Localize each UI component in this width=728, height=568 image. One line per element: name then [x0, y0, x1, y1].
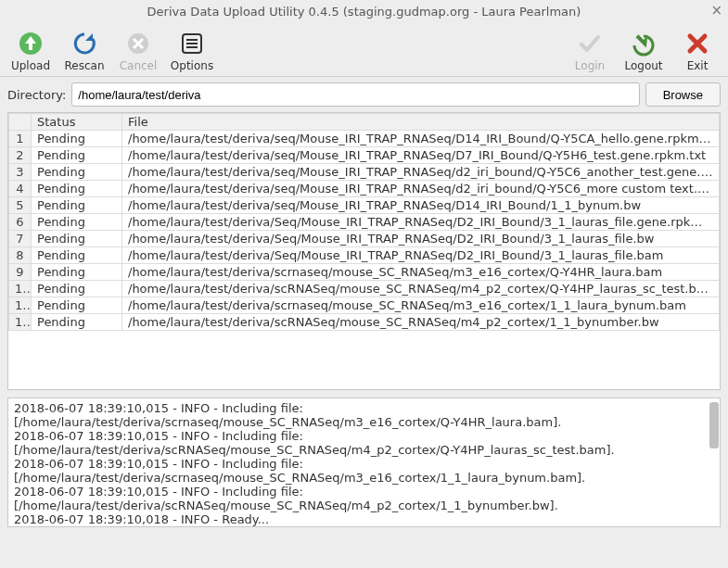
- cancel-button: Cancel: [111, 28, 165, 74]
- upload-label: Upload: [11, 59, 50, 72]
- file-header[interactable]: File: [122, 114, 720, 131]
- table-row[interactable]: 6Pending/home/laura/test/deriva/Seq/Mous…: [9, 214, 720, 231]
- log-line: 2018-06-07 18:39:10,015 - INFO - Includi…: [14, 430, 714, 458]
- window-title: Deriva Data Upload Utility 0.4.5 (stagin…: [147, 5, 581, 19]
- row-number: 1: [9, 131, 32, 147]
- row-number: 2: [9, 147, 32, 164]
- options-button[interactable]: Options: [165, 28, 219, 74]
- table-row[interactable]: 2Pending/home/laura/test/deriva/seq/Mous…: [9, 147, 720, 164]
- exit-label: Exit: [687, 59, 709, 72]
- file-cell: /home/laura/test/deriva/seq/Mouse_IRI_TR…: [122, 197, 720, 214]
- row-number: 3: [9, 164, 32, 181]
- status-cell: Pending: [32, 164, 122, 181]
- table-row[interactable]: 4Pending/home/laura/test/deriva/seq/Mous…: [9, 181, 720, 197]
- file-cell: /home/laura/test/deriva/scRNASeq/mouse_S…: [122, 281, 720, 297]
- login-button: Login: [563, 28, 617, 74]
- toolbar: Upload Rescan Cancel Options Login Logou…: [0, 22, 728, 77]
- logout-label: Logout: [624, 59, 662, 72]
- check-icon: [576, 30, 604, 57]
- status-cell: Pending: [32, 247, 122, 264]
- row-number: 12: [9, 314, 32, 331]
- file-cell: /home/laura/test/deriva/seq/Mouse_IRI_TR…: [122, 164, 720, 181]
- directory-input[interactable]: [71, 82, 639, 107]
- row-number: 4: [9, 181, 32, 197]
- row-number: 7: [9, 231, 32, 247]
- logout-button[interactable]: Logout: [617, 28, 671, 74]
- status-cell: Pending: [32, 264, 122, 281]
- status-cell: Pending: [32, 131, 122, 147]
- rescan-label: Rescan: [65, 59, 105, 72]
- file-cell: /home/laura/test/deriva/scRNASeq/mouse_S…: [122, 314, 720, 331]
- cancel-icon: [124, 30, 152, 57]
- log-line: 2018-06-07 18:39:10,015 - INFO - Includi…: [14, 402, 714, 430]
- row-number-header: [9, 114, 32, 131]
- row-number: 9: [9, 264, 32, 281]
- status-cell: Pending: [32, 314, 122, 331]
- log-output[interactable]: 2018-06-07 18:39:10,015 - INFO - Includi…: [7, 398, 721, 527]
- log-line: 2018-06-07 18:39:10,015 - INFO - Includi…: [14, 486, 714, 513]
- table-row[interactable]: 10Pending/home/laura/test/deriva/scRNASe…: [9, 281, 720, 297]
- file-cell: /home/laura/test/deriva/scrnaseq/mouse_S…: [122, 297, 720, 314]
- login-label: Login: [575, 59, 605, 72]
- options-list-icon: [178, 30, 206, 57]
- table-header-row: Status File: [9, 114, 720, 131]
- table-row[interactable]: 11Pending/home/laura/test/deriva/scrnase…: [9, 297, 720, 314]
- upload-arrow-icon: [17, 30, 45, 57]
- table-row[interactable]: 3Pending/home/laura/test/deriva/seq/Mous…: [9, 164, 720, 181]
- scrollbar-thumb[interactable]: [709, 402, 719, 448]
- file-cell: /home/laura/test/deriva/scrnaseq/mouse_S…: [122, 264, 720, 281]
- file-cell: /home/laura/test/deriva/Seq/Mouse_IRI_TR…: [122, 231, 720, 247]
- file-cell: /home/laura/test/deriva/seq/Mouse_IRI_TR…: [122, 147, 720, 164]
- file-cell: /home/laura/test/deriva/Seq/Mouse_IRI_TR…: [122, 247, 720, 264]
- status-header[interactable]: Status: [32, 114, 122, 131]
- row-number: 6: [9, 214, 32, 231]
- file-table[interactable]: Status File 1Pending/home/laura/test/der…: [7, 112, 721, 390]
- file-cell: /home/laura/test/deriva/seq/Mouse_IRI_TR…: [122, 181, 720, 197]
- row-number: 10: [9, 281, 32, 297]
- table-row[interactable]: 5Pending/home/laura/test/deriva/seq/Mous…: [9, 197, 720, 214]
- cancel-label: Cancel: [120, 59, 158, 72]
- status-cell: Pending: [32, 297, 122, 314]
- row-number: 8: [9, 247, 32, 264]
- status-cell: Pending: [32, 231, 122, 247]
- table-row[interactable]: 12Pending/home/laura/test/deriva/scRNASe…: [9, 314, 720, 331]
- logout-arrow-icon: [630, 30, 658, 57]
- status-cell: Pending: [32, 197, 122, 214]
- log-line: 2018-06-07 18:39:10,018 - INFO - Ready..…: [14, 513, 714, 527]
- row-number: 11: [9, 297, 32, 314]
- exit-x-icon: [683, 30, 711, 57]
- browse-button[interactable]: Browse: [645, 82, 721, 107]
- status-cell: Pending: [32, 181, 122, 197]
- row-number: 5: [9, 197, 32, 214]
- rescan-button[interactable]: Rescan: [57, 28, 111, 74]
- directory-label: Directory:: [7, 88, 66, 102]
- file-cell: /home/laura/test/deriva/Seq/Mouse_IRI_TR…: [122, 214, 720, 231]
- status-cell: Pending: [32, 281, 122, 297]
- table-row[interactable]: 1Pending/home/laura/test/deriva/seq/Mous…: [9, 131, 720, 147]
- file-cell: /home/laura/test/deriva/seq/Mouse_IRI_TR…: [122, 131, 720, 147]
- titlebar: Deriva Data Upload Utility 0.4.5 (stagin…: [0, 0, 728, 22]
- exit-button[interactable]: Exit: [671, 28, 724, 74]
- status-cell: Pending: [32, 214, 122, 231]
- upload-button[interactable]: Upload: [4, 28, 57, 74]
- table-row[interactable]: 7Pending/home/laura/test/deriva/Seq/Mous…: [9, 231, 720, 247]
- options-label: Options: [171, 59, 213, 72]
- status-cell: Pending: [32, 147, 122, 164]
- close-icon[interactable]: ×: [710, 2, 722, 19]
- log-line: 2018-06-07 18:39:10,015 - INFO - Includi…: [14, 458, 714, 486]
- table-row[interactable]: 8Pending/home/laura/test/deriva/Seq/Mous…: [9, 247, 720, 264]
- refresh-icon: [70, 30, 98, 57]
- table-row[interactable]: 9Pending/home/laura/test/deriva/scrnaseq…: [9, 264, 720, 281]
- directory-row: Directory: Browse: [0, 77, 728, 112]
